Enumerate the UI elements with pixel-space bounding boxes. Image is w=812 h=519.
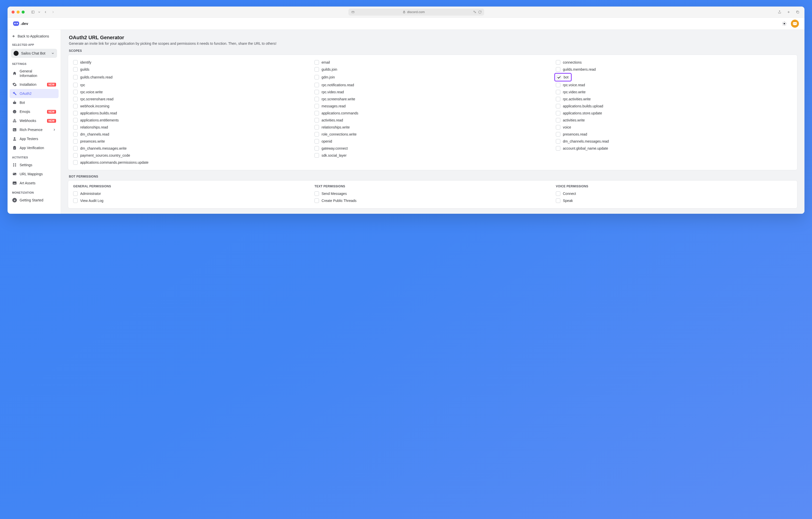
- checkbox-icon[interactable]: [315, 67, 319, 72]
- scope-applications-builds-read[interactable]: applications.builds.read: [73, 110, 310, 117]
- checkbox-icon[interactable]: [556, 67, 560, 72]
- checkbox-icon[interactable]: [73, 75, 78, 80]
- scope-guilds-channels-read[interactable]: guilds.channels.read: [73, 73, 310, 82]
- scope-rpc-screenshare-write[interactable]: rpc.screenshare.write: [315, 95, 551, 103]
- sidebar-item-emojis[interactable]: Emojis NEW: [9, 107, 59, 116]
- checkbox-icon[interactable]: [556, 60, 560, 65]
- checkbox-icon[interactable]: [73, 83, 78, 87]
- theme-toggle-icon[interactable]: [782, 21, 787, 26]
- perm-speak[interactable]: Speak: [556, 197, 792, 204]
- checkbox-icon[interactable]: [73, 118, 78, 122]
- checkbox-icon[interactable]: [315, 97, 319, 101]
- checkbox-icon[interactable]: [315, 146, 319, 151]
- checkbox-icon[interactable]: [315, 153, 319, 158]
- checkbox-icon[interactable]: [556, 198, 560, 203]
- sidebar-item-webhooks[interactable]: Webhooks NEW: [9, 116, 59, 125]
- sidebar-item-oauth2[interactable]: OAuth2: [9, 89, 59, 98]
- sidebar-item-general-information[interactable]: General Information: [9, 67, 59, 80]
- scope-email[interactable]: email: [315, 59, 551, 66]
- scope-bot[interactable]: bot: [556, 73, 792, 82]
- checkbox-icon[interactable]: [73, 198, 78, 203]
- checkbox-icon[interactable]: [315, 104, 319, 108]
- scope-openid[interactable]: openid: [315, 138, 551, 145]
- nav-back-button[interactable]: [43, 9, 48, 15]
- checkbox-icon[interactable]: [556, 104, 560, 108]
- scope-rpc-screenshare-read[interactable]: rpc.screenshare.read: [73, 95, 310, 103]
- scope-payment-sources-country-code[interactable]: payment_sources.country_code: [73, 152, 310, 159]
- nav-forward-button[interactable]: [50, 9, 56, 15]
- checkbox-icon[interactable]: [556, 191, 560, 196]
- checkbox-icon[interactable]: [556, 90, 560, 94]
- checkbox-icon[interactable]: [315, 118, 319, 122]
- sidebar-item-app-verification[interactable]: App Verification: [9, 143, 59, 152]
- scope-rpc-video-read[interactable]: rpc.video.read: [315, 88, 551, 95]
- scope-rpc-video-write[interactable]: rpc.video.write: [556, 88, 792, 95]
- perm-view-audit-log[interactable]: View Audit Log: [73, 197, 310, 204]
- checkbox-icon[interactable]: [73, 132, 78, 137]
- scope-connections[interactable]: connections: [556, 59, 792, 66]
- chevron-down-icon[interactable]: [38, 9, 41, 15]
- scope-dm-channels-messages-read[interactable]: dm_channels.messages.read: [556, 138, 792, 145]
- new-tab-icon[interactable]: [786, 9, 791, 15]
- checkbox-icon[interactable]: [315, 90, 319, 94]
- scope-rpc-activities-write[interactable]: rpc.activities.write: [556, 95, 792, 103]
- checkbox-icon[interactable]: [315, 132, 319, 137]
- checkbox-icon[interactable]: [315, 191, 319, 196]
- sidebar-item-getting-started[interactable]: + Getting Started: [9, 196, 59, 205]
- scope-account-global-name-update[interactable]: account.global_name.update: [556, 145, 792, 152]
- checkbox-icon[interactable]: [557, 75, 561, 80]
- checkbox-icon[interactable]: [73, 139, 78, 144]
- scope-rpc-notifications-read[interactable]: rpc.notifications.read: [315, 82, 551, 88]
- scope-sdk-social-layer[interactable]: sdk.social_layer: [315, 152, 551, 159]
- scope-presences-read[interactable]: presences.read: [556, 131, 792, 138]
- scope-rpc-voice-write[interactable]: rpc.voice.write: [73, 88, 310, 95]
- scope-relationships-read[interactable]: relationships.read: [73, 124, 310, 131]
- checkbox-icon[interactable]: [556, 139, 560, 144]
- checkbox-icon[interactable]: [556, 83, 560, 87]
- checkbox-icon[interactable]: [73, 67, 78, 72]
- checkbox-icon[interactable]: [73, 97, 78, 101]
- checkbox-icon[interactable]: [73, 60, 78, 65]
- sidebar-toggle-icon[interactable]: [30, 9, 36, 15]
- perm-create-public-threads[interactable]: Create Public Threads: [315, 197, 551, 204]
- scope-guilds-join[interactable]: guilds.join: [315, 66, 551, 73]
- scope-messages-read[interactable]: messages.read: [315, 103, 551, 110]
- checkbox-icon[interactable]: [315, 83, 319, 87]
- checkbox-icon[interactable]: [556, 125, 560, 129]
- checkbox-icon[interactable]: [73, 191, 78, 196]
- checkbox-icon[interactable]: [315, 198, 319, 203]
- checkbox-icon[interactable]: [556, 132, 560, 137]
- checkbox-icon[interactable]: [73, 160, 78, 165]
- scope-applications-builds-upload[interactable]: applications.builds.upload: [556, 103, 792, 110]
- sidebar-item-installation[interactable]: Installation NEW: [9, 80, 59, 89]
- close-window-button[interactable]: [11, 10, 14, 13]
- address-bar[interactable]: discord.com: [348, 8, 484, 16]
- sidebar-item-url-mappings[interactable]: URL Mappings: [9, 170, 59, 178]
- scope-gateway-connect[interactable]: gateway.connect: [315, 145, 551, 152]
- checkbox-icon[interactable]: [315, 111, 319, 115]
- scope-guilds-members-read[interactable]: guilds.members.read: [556, 66, 792, 73]
- scope-dm-channels-messages-write[interactable]: dm_channels.messages.write: [73, 145, 310, 152]
- scope-activities-read[interactable]: activities.read: [315, 117, 551, 124]
- scope-relationships-write[interactable]: relationships.write: [315, 124, 551, 131]
- minimize-window-button[interactable]: [17, 10, 20, 13]
- checkbox-icon[interactable]: [556, 146, 560, 151]
- reload-icon[interactable]: [478, 9, 482, 15]
- scope-applications-entitlements[interactable]: applications.entitlements: [73, 117, 310, 124]
- translate-icon[interactable]: [473, 9, 476, 15]
- back-to-applications-link[interactable]: Back to Applications: [9, 33, 59, 40]
- checkbox-icon[interactable]: [315, 125, 319, 129]
- sidebar-item-art-assets[interactable]: Art Assets: [9, 178, 59, 188]
- user-avatar[interactable]: [791, 20, 799, 28]
- sidebar-item-rich-presence[interactable]: Rich Presence: [9, 125, 59, 134]
- checkbox-icon[interactable]: [315, 75, 319, 80]
- scope-presences-write[interactable]: presences.write: [73, 138, 310, 145]
- sidebar-item-bot[interactable]: Bot: [9, 98, 59, 107]
- scope-rpc[interactable]: rpc: [73, 82, 310, 88]
- scope-applications-store-update[interactable]: applications.store.update: [556, 110, 792, 117]
- scope-activities-write[interactable]: activities.write: [556, 117, 792, 124]
- checkbox-icon[interactable]: [73, 90, 78, 94]
- tabs-icon[interactable]: [795, 9, 801, 15]
- scope-applications-commands[interactable]: applications.commands: [315, 110, 551, 117]
- checkbox-icon[interactable]: [315, 139, 319, 144]
